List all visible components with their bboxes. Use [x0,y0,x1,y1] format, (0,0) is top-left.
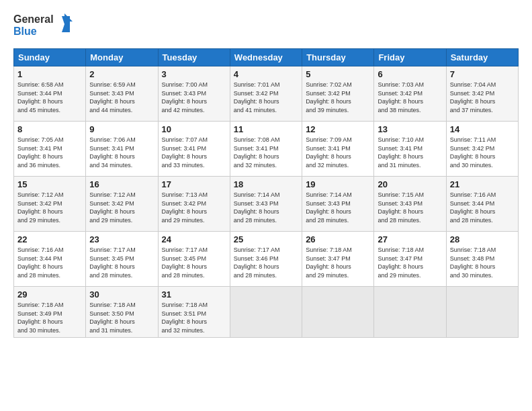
day-info: Sunrise: 7:06 AM Sunset: 3:41 PM Dayligh… [89,136,154,169]
table-cell: 20Sunrise: 7:15 AM Sunset: 3:43 PM Dayli… [374,177,446,232]
table-cell: 31Sunrise: 7:18 AM Sunset: 3:51 PM Dayli… [158,287,230,338]
day-number: 29 [17,289,82,300]
table-cell: 2Sunrise: 6:59 AM Sunset: 3:43 PM Daylig… [86,66,158,122]
logo-text: General Blue [13,11,74,42]
day-number: 12 [306,124,370,134]
table-cell: 24Sunrise: 7:17 AM Sunset: 3:45 PM Dayli… [158,232,230,287]
table-cell: 15Sunrise: 7:12 AM Sunset: 3:42 PM Dayli… [14,177,86,232]
table-cell: 28Sunrise: 7:18 AM Sunset: 3:48 PM Dayli… [446,232,518,287]
table-cell: 4Sunrise: 7:01 AM Sunset: 3:42 PM Daylig… [230,66,302,122]
day-number: 3 [162,69,226,79]
table-cell: 21Sunrise: 7:16 AM Sunset: 3:44 PM Dayli… [446,177,518,232]
day-info: Sunrise: 7:12 AM Sunset: 3:42 PM Dayligh… [89,191,154,224]
day-info: Sunrise: 7:07 AM Sunset: 3:41 PM Dayligh… [162,136,226,169]
day-number: 11 [234,124,298,134]
day-info: Sunrise: 7:14 AM Sunset: 3:43 PM Dayligh… [306,191,370,224]
day-number: 6 [378,69,442,79]
header: General Blue [13,11,519,42]
day-info: Sunrise: 6:59 AM Sunset: 3:43 PM Dayligh… [89,81,154,114]
col-tuesday: Tuesday [158,49,230,66]
day-info: Sunrise: 7:17 AM Sunset: 3:46 PM Dayligh… [234,246,298,279]
table-cell: 16Sunrise: 7:12 AM Sunset: 3:42 PM Dayli… [86,177,158,232]
day-info: Sunrise: 7:15 AM Sunset: 3:43 PM Dayligh… [378,191,442,224]
header-row: Sunday Monday Tuesday Wednesday Thursday… [14,49,519,66]
day-number: 15 [17,179,82,189]
col-thursday: Thursday [302,49,374,66]
day-info: Sunrise: 7:08 AM Sunset: 3:41 PM Dayligh… [234,136,298,169]
day-number: 23 [89,234,154,244]
day-number: 20 [378,179,442,189]
day-number: 24 [162,234,226,244]
day-number: 31 [162,289,226,300]
day-info: Sunrise: 7:11 AM Sunset: 3:42 PM Dayligh… [450,136,515,169]
day-info: Sunrise: 7:16 AM Sunset: 3:44 PM Dayligh… [17,246,82,279]
table-cell: 27Sunrise: 7:18 AM Sunset: 3:47 PM Dayli… [374,232,446,287]
day-info: Sunrise: 7:01 AM Sunset: 3:42 PM Dayligh… [234,81,298,114]
day-number: 14 [450,124,515,134]
table-cell: 26Sunrise: 7:18 AM Sunset: 3:47 PM Dayli… [302,232,374,287]
day-info: Sunrise: 7:05 AM Sunset: 3:41 PM Dayligh… [17,136,82,169]
day-info: Sunrise: 7:18 AM Sunset: 3:51 PM Dayligh… [162,301,226,334]
table-cell: 10Sunrise: 7:07 AM Sunset: 3:41 PM Dayli… [158,122,230,177]
col-saturday: Saturday [446,49,518,66]
table-cell [446,287,518,338]
col-friday: Friday [374,49,446,66]
table-cell: 30Sunrise: 7:18 AM Sunset: 3:50 PM Dayli… [86,287,158,338]
table-cell: 9Sunrise: 7:06 AM Sunset: 3:41 PM Daylig… [86,122,158,177]
table-cell: 6Sunrise: 7:03 AM Sunset: 3:42 PM Daylig… [374,66,446,122]
day-info: Sunrise: 7:18 AM Sunset: 3:48 PM Dayligh… [450,246,515,279]
calendar-table: Sunday Monday Tuesday Wednesday Thursday… [13,48,519,338]
day-info: Sunrise: 7:04 AM Sunset: 3:42 PM Dayligh… [450,81,515,114]
table-cell: 18Sunrise: 7:14 AM Sunset: 3:43 PM Dayli… [230,177,302,232]
table-cell [374,287,446,338]
table-cell: 22Sunrise: 7:16 AM Sunset: 3:44 PM Dayli… [14,232,86,287]
day-number: 25 [234,234,298,244]
day-info: Sunrise: 7:03 AM Sunset: 3:42 PM Dayligh… [378,81,442,114]
svg-text:Blue: Blue [13,26,37,37]
day-info: Sunrise: 7:17 AM Sunset: 3:45 PM Dayligh… [89,246,154,279]
table-cell: 17Sunrise: 7:13 AM Sunset: 3:42 PM Dayli… [158,177,230,232]
day-number: 1 [17,69,82,79]
day-number: 28 [450,234,515,244]
page: General Blue Sunday Monday Tuesday Wedne… [0,0,532,411]
day-number: 26 [306,234,370,244]
table-cell: 3Sunrise: 7:00 AM Sunset: 3:43 PM Daylig… [158,66,230,122]
day-number: 9 [89,124,154,134]
day-info: Sunrise: 7:10 AM Sunset: 3:41 PM Dayligh… [378,136,442,169]
col-wednesday: Wednesday [230,49,302,66]
day-number: 22 [17,234,82,244]
day-number: 21 [450,179,515,189]
day-info: Sunrise: 7:18 AM Sunset: 3:50 PM Dayligh… [89,301,154,334]
table-cell [302,287,374,338]
table-cell: 8Sunrise: 7:05 AM Sunset: 3:41 PM Daylig… [14,122,86,177]
day-info: Sunrise: 7:13 AM Sunset: 3:42 PM Dayligh… [162,191,226,224]
table-cell: 13Sunrise: 7:10 AM Sunset: 3:41 PM Dayli… [374,122,446,177]
day-info: Sunrise: 7:18 AM Sunset: 3:49 PM Dayligh… [17,301,82,334]
day-info: Sunrise: 7:09 AM Sunset: 3:41 PM Dayligh… [306,136,370,169]
col-monday: Monday [86,49,158,66]
table-cell [230,287,302,338]
day-number: 27 [378,234,442,244]
table-cell: 14Sunrise: 7:11 AM Sunset: 3:42 PM Dayli… [446,122,518,177]
day-info: Sunrise: 7:17 AM Sunset: 3:45 PM Dayligh… [162,246,226,279]
day-number: 30 [89,289,154,300]
day-number: 16 [89,179,154,189]
day-number: 17 [162,179,226,189]
table-cell: 25Sunrise: 7:17 AM Sunset: 3:46 PM Dayli… [230,232,302,287]
svg-marker-3 [64,13,73,21]
table-cell: 12Sunrise: 7:09 AM Sunset: 3:41 PM Dayli… [302,122,374,177]
day-number: 8 [17,124,82,134]
col-sunday: Sunday [14,49,86,66]
day-number: 2 [89,69,154,79]
table-cell: 23Sunrise: 7:17 AM Sunset: 3:45 PM Dayli… [86,232,158,287]
table-cell: 7Sunrise: 7:04 AM Sunset: 3:42 PM Daylig… [446,66,518,122]
day-info: Sunrise: 7:14 AM Sunset: 3:43 PM Dayligh… [234,191,298,224]
day-number: 19 [306,179,370,189]
day-info: Sunrise: 7:16 AM Sunset: 3:44 PM Dayligh… [450,191,515,224]
table-cell: 1Sunrise: 6:58 AM Sunset: 3:44 PM Daylig… [14,66,86,122]
day-info: Sunrise: 7:18 AM Sunset: 3:47 PM Dayligh… [306,246,370,279]
day-info: Sunrise: 7:00 AM Sunset: 3:43 PM Dayligh… [162,81,226,114]
table-cell: 29Sunrise: 7:18 AM Sunset: 3:49 PM Dayli… [14,287,86,338]
day-number: 5 [306,69,370,79]
day-info: Sunrise: 7:18 AM Sunset: 3:47 PM Dayligh… [378,246,442,279]
